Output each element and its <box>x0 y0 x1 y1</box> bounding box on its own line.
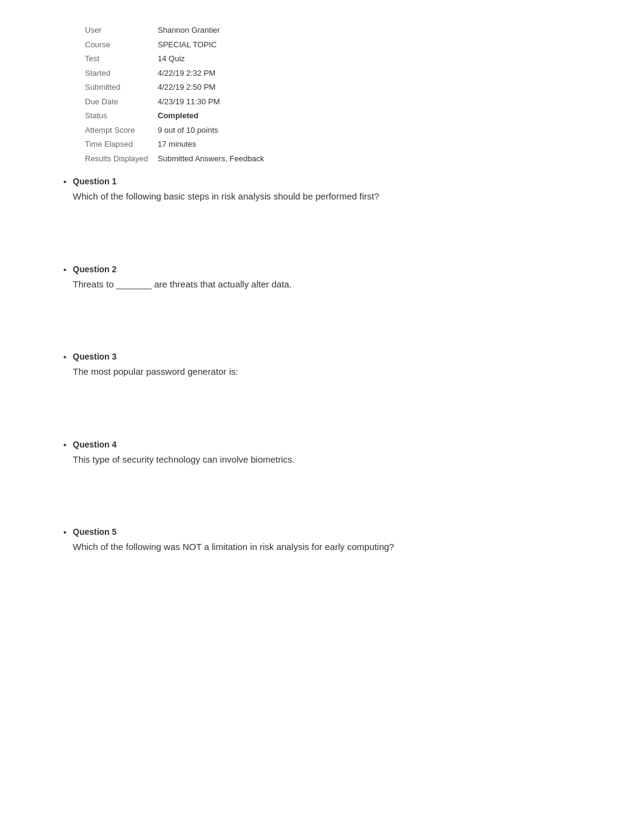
due-date-label: Due Date <box>85 96 158 108</box>
user-label: User <box>85 24 158 36</box>
started-label: Started <box>85 67 158 79</box>
question-title-2: Question 2 <box>73 264 608 274</box>
results-displayed-label: Results Displayed <box>85 153 158 165</box>
started-value: 4/22/19 2:32 PM <box>158 67 215 79</box>
attempt-score-label: Attempt Score <box>85 124 158 136</box>
attempt-score-row: Attempt Score 9 out of 10 points <box>85 124 608 136</box>
question-text-4: This type of security technology can inv… <box>73 453 608 467</box>
info-table: User Shannon Grantier Course SPECIAL TOP… <box>85 24 608 164</box>
question-item-5: Question 5Which of the following was NOT… <box>73 527 608 554</box>
test-row: Test 14 Quiz <box>85 53 608 65</box>
status-row: Status Completed <box>85 110 608 122</box>
course-value: SPECIAL TOPIC <box>158 39 216 51</box>
time-elapsed-value: 17 minutes <box>158 138 196 150</box>
question-item-2: Question 2Threats to _______ are threats… <box>73 264 608 292</box>
question-title-1: Question 1 <box>73 176 608 186</box>
questions-list: Question 1Which of the following basic s… <box>36 176 608 554</box>
submitted-value: 4/22/19 2:50 PM <box>158 81 215 93</box>
attempt-score-value: 9 out of 10 points <box>158 124 218 136</box>
started-row: Started 4/22/19 2:32 PM <box>85 67 608 79</box>
test-value: 14 Quiz <box>158 53 185 65</box>
course-label: Course <box>85 39 158 51</box>
time-elapsed-label: Time Elapsed <box>85 138 158 150</box>
user-row: User Shannon Grantier <box>85 24 608 36</box>
submitted-row: Submitted 4/22/19 2:50 PM <box>85 81 608 93</box>
due-date-row: Due Date 4/23/19 11:30 PM <box>85 96 608 108</box>
due-date-value: 4/23/19 11:30 PM <box>158 96 220 108</box>
question-item-1: Question 1Which of the following basic s… <box>73 176 608 204</box>
question-title-3: Question 3 <box>73 352 608 361</box>
status-label: Status <box>85 110 158 122</box>
user-value: Shannon Grantier <box>158 24 220 36</box>
submitted-label: Submitted <box>85 81 158 93</box>
question-text-2: Threats to _______ are threats that actu… <box>73 278 608 292</box>
course-row: Course SPECIAL TOPIC <box>85 39 608 51</box>
question-item-3: Question 3The most popular password gene… <box>73 352 608 379</box>
results-displayed-row: Results Displayed Submitted Answers, Fee… <box>85 153 608 165</box>
question-title-5: Question 5 <box>73 527 608 537</box>
test-label: Test <box>85 53 158 65</box>
results-displayed-value: Submitted Answers, Feedback <box>158 153 264 165</box>
status-value: Completed <box>158 110 198 122</box>
question-item-4: Question 4This type of security technolo… <box>73 440 608 467</box>
question-text-3: The most popular password generator is: <box>73 365 608 379</box>
question-text-1: Which of the following basic steps in ri… <box>73 190 608 204</box>
time-elapsed-row: Time Elapsed 17 minutes <box>85 138 608 150</box>
question-text-5: Which of the following was NOT a limitat… <box>73 540 608 554</box>
question-title-4: Question 4 <box>73 440 608 449</box>
